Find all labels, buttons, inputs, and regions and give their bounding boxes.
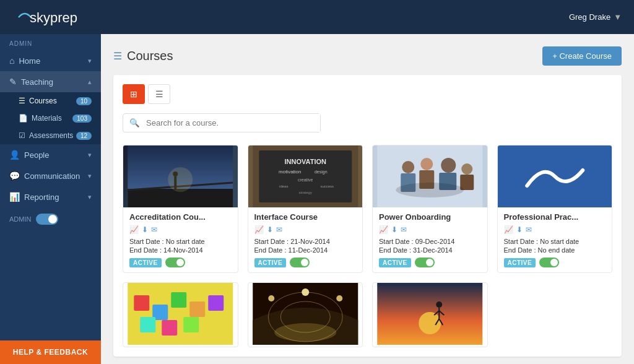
course-start-2: Start Date : 21-Nov-2014 [254,238,357,245]
email-icon-4: ✉ [526,225,532,234]
course-start-4: Start Date : No start date [504,238,606,245]
main-content: ☰ Courses + Create Course ⊞ ☰ 🔍 [101,34,634,364]
logo: skyprep [12,6,80,28]
search-button[interactable]: 🔍 [123,114,146,132]
course-status-4: ACTIVE [504,258,606,267]
search-input[interactable] [146,114,320,132]
sidebar-item-materials[interactable]: 📄 Materials 103 [0,110,101,127]
course-card-3[interactable]: Power Onboarding 📈 ⬇ ✉ Start Date : 09-D… [372,145,488,273]
svg-point-17 [402,161,414,173]
svg-point-25 [396,183,464,197]
admin-toggle[interactable] [36,214,58,225]
user-menu[interactable]: Greg Drake ▼ [569,12,622,22]
sidebar-item-reporting[interactable]: 📊 Reporting ▾ [0,186,101,207]
course-card-5[interactable] [123,282,238,347]
svg-text:motivation: motivation [279,169,301,175]
svg-text:creative: creative [297,178,313,182]
course-status-3: ACTIVE [379,258,481,267]
create-course-button[interactable]: + Create Course [542,46,622,66]
svg-text:success: success [320,184,334,188]
status-toggle-knob-4 [550,259,558,266]
svg-rect-30 [171,292,186,308]
communication-arrow-icon: ▾ [88,172,92,180]
svg-rect-32 [208,295,224,311]
grid-view-button[interactable]: ⊞ [123,84,145,104]
assessments-badge: 12 [76,132,92,140]
courses-page-icon: ☰ [113,50,122,62]
svg-rect-31 [189,301,205,317]
svg-text:design: design [314,170,327,175]
course-start-1: Start Date : No start date [129,238,232,245]
courses-list-icon: ☰ [19,97,25,105]
svg-point-21 [441,158,456,173]
svg-text:INNOVATION: INNOVATION [284,158,326,165]
email-icon-2: ✉ [276,225,282,234]
svg-point-19 [420,158,433,170]
reporting-arrow-icon: ▾ [88,193,92,201]
courses-label: Courses [29,97,57,105]
status-toggle-4[interactable] [539,258,559,267]
sidebar-reporting-label: Reporting [24,193,59,202]
status-toggle-knob-3 [426,259,433,266]
status-toggle-1[interactable] [165,258,185,267]
course-panel: ⊞ ☰ 🔍 [113,75,622,357]
svg-point-39 [268,295,274,301]
page-header: ☰ Courses + Create Course [113,46,622,66]
course-info-4: Professional Prac... 📈 ⬇ ✉ Start Date : … [498,207,612,272]
svg-rect-35 [183,317,199,332]
status-toggle-2[interactable] [290,258,310,267]
user-name: Greg Drake [569,12,610,22]
sidebar-item-communication[interactable]: 💬 Communication ▾ [0,165,101,186]
course-card-7[interactable] [372,282,488,347]
svg-point-6 [168,167,193,192]
course-title-1: Accreditation Cou... [129,212,232,222]
course-title-2: Interface Course [254,212,357,222]
course-actions-2: 📈 ⬇ ✉ [254,225,357,234]
course-start-3: Start Date : 09-Dec-2014 [379,238,481,245]
status-toggle-knob-2 [301,259,308,266]
download-icon-3: ⬇ [391,225,397,234]
grid-view-icon: ⊞ [130,89,137,99]
teaching-arrow-icon: ▴ [88,78,92,86]
materials-icon: 📄 [19,114,28,123]
svg-text:ideas: ideas [279,184,288,188]
course-end-1: End Date : 14-Nov-2014 [129,246,232,254]
course-thumb-5 [123,283,238,345]
people-icon: 👤 [9,150,20,160]
course-card-1[interactable]: Accreditation Cou... 📈 ⬇ ✉ Start Date : … [123,145,238,273]
course-status-1: ACTIVE [129,258,232,267]
status-toggle-3[interactable] [415,258,435,267]
sidebar-item-teaching[interactable]: ✎ Teaching ▴ [0,71,101,92]
analytics-icon-4: 📈 [504,225,513,234]
materials-label: Materials [32,114,62,123]
download-icon-4: ⬇ [516,225,523,234]
svg-point-44 [419,312,441,334]
list-view-button[interactable]: ☰ [148,84,170,104]
course-end-3: End Date : 31-Dec-2014 [379,246,481,254]
course-actions-4: 📈 ⬇ ✉ [504,225,606,234]
course-grid: Accreditation Cou... 📈 ⬇ ✉ Start Date : … [123,145,612,347]
svg-point-45 [436,301,442,308]
sidebar-item-people[interactable]: 👤 People ▾ [0,144,101,165]
teaching-sub-menu: ☰ Courses 10 📄 Materials 103 ☑ Assessmen… [0,92,101,144]
sidebar-item-courses[interactable]: ☰ Courses 10 [0,92,101,110]
assessments-icon: ☑ [19,131,25,140]
course-card-4[interactable]: Professional Prac... 📈 ⬇ ✉ Start Date : … [497,145,613,273]
people-arrow-icon: ▾ [88,151,92,159]
sidebar-item-home[interactable]: ⌂ Home ▾ [0,50,101,71]
sidebar-item-assessments[interactable]: ☑ Assessments 12 [0,127,101,144]
sidebar: ADMIN ⌂ Home ▾ ✎ Teaching ▴ ☰ Courses [0,34,101,364]
communication-icon: 💬 [9,171,20,181]
analytics-icon-3: 📈 [379,225,388,234]
status-badge-4: ACTIVE [504,258,536,267]
teaching-icon: ✎ [9,77,17,87]
course-info-3: Power Onboarding 📈 ⬇ ✉ Start Date : 09-D… [373,207,487,272]
course-thumb-7 [373,283,487,345]
help-feedback-button[interactable]: HELP & FEEDBACK [0,340,101,364]
materials-badge: 103 [72,115,92,123]
course-card-6[interactable] [248,282,363,347]
status-toggle-knob-1 [176,259,184,266]
course-card-2[interactable]: INNOVATION motivation design creative id… [248,145,363,273]
svg-rect-24 [460,175,474,190]
assessments-label: Assessments [29,131,73,140]
